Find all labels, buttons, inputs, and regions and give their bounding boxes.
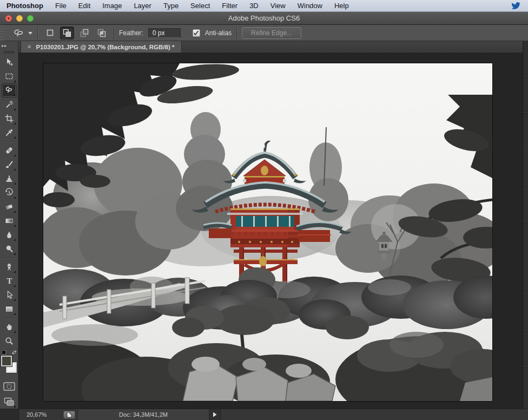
menu-photoshop[interactable]: Photoshop (5, 2, 49, 10)
window-title-bar[interactable]: Adobe Photoshop CS6 (0, 12, 528, 25)
tool-brush[interactable] (2, 158, 17, 172)
status-flyout-button[interactable] (209, 409, 221, 420)
menu-3d[interactable]: 3D (243, 2, 265, 10)
tool-eyedropper[interactable] (2, 126, 17, 140)
document-tab-bar: ✕ P1030201.JPG @ 20,7% (Background, RGB/… (18, 41, 523, 53)
zoom-tool-icon (4, 336, 14, 346)
eyedropper-icon (4, 128, 14, 137)
antialias-checkbox[interactable] (193, 29, 200, 37)
new-selection-mode-button[interactable] (43, 27, 57, 40)
tool-pen[interactable] (2, 260, 17, 274)
tool-gradient[interactable] (2, 214, 17, 228)
intersect-selection-mode-button[interactable] (95, 27, 109, 40)
flyout-indicator (14, 331, 16, 333)
zoom-window-button[interactable] (27, 15, 34, 22)
window-title: Adobe Photoshop CS6 (228, 14, 300, 22)
document-tab[interactable]: ✕ P1030201.JPG @ 20,7% (Background, RGB/… (21, 41, 182, 52)
flyout-indicator (13, 94, 15, 96)
menu-view[interactable]: View (265, 2, 292, 10)
minimize-window-button[interactable] (16, 15, 23, 22)
swap-colors-button[interactable] (11, 350, 17, 355)
tool-lasso[interactable] (2, 83, 17, 97)
svg-text:T: T (6, 277, 12, 285)
move-tool-icon (4, 57, 14, 67)
tab-close-icon[interactable]: ✕ (27, 44, 31, 50)
eraser-icon (4, 202, 14, 212)
menu-window[interactable]: Window (292, 2, 328, 10)
status-bar-corner (0, 409, 19, 420)
tools-panel-collapse-button[interactable]: ▸▸ (0, 41, 18, 49)
menu-type[interactable]: Type (157, 2, 184, 10)
tool-blur[interactable] (2, 228, 17, 242)
antialias-label: Anti-alias (205, 29, 232, 37)
menu-image[interactable]: Image (96, 2, 128, 10)
foreground-color-swatch[interactable] (1, 356, 12, 366)
pen-tool-icon (4, 262, 14, 272)
swap-arrows-icon (11, 350, 17, 355)
twitter-bird-icon (511, 2, 520, 10)
feather-input[interactable] (148, 28, 181, 38)
tool-type[interactable]: T (2, 274, 17, 288)
menu-select[interactable]: Select (184, 2, 216, 10)
default-fg-mini (2, 350, 6, 355)
gradient-icon (4, 216, 14, 226)
default-colors-button[interactable] (2, 350, 6, 355)
tool-hand[interactable] (2, 320, 17, 334)
tab-title: P1030201.JPG @ 20,7% (Background, RGB/8)… (36, 44, 174, 50)
tool-magic-wand[interactable] (2, 97, 17, 111)
rectangle-shape-icon (4, 304, 14, 314)
tool-spot-healing[interactable] (2, 143, 17, 158)
options-divider (236, 27, 237, 40)
tool-rectangle-shape[interactable] (2, 302, 17, 316)
canvas-workspace[interactable] (18, 53, 523, 409)
color-swatches-widget (1, 350, 18, 377)
close-window-button[interactable] (5, 15, 12, 22)
subtract-from-selection-mode-button[interactable] (77, 27, 91, 40)
refine-edge-button[interactable]: Refine Edge... (242, 27, 301, 39)
flyout-arrow-icon (213, 412, 217, 417)
menu-file[interactable]: File (49, 2, 72, 10)
tool-dodge[interactable] (2, 242, 17, 256)
macos-menu-bar: Photoshop File Edit Image Layer Type Sel… (0, 0, 528, 12)
history-brush-icon (4, 188, 14, 198)
menu-help[interactable]: Help (328, 2, 355, 10)
tool-eraser[interactable] (2, 200, 17, 214)
brush-tool-icon (4, 160, 14, 169)
tool-crop[interactable] (2, 111, 17, 126)
intersect-selection-icon (97, 29, 106, 37)
clone-stamp-icon (4, 174, 14, 183)
tool-path-selection[interactable] (2, 288, 17, 302)
document-canvas[interactable] (43, 63, 492, 401)
flyout-indicator (14, 168, 16, 170)
page-preview-button[interactable] (63, 411, 75, 419)
tools-separator (2, 318, 16, 318)
add-to-selection-mode-button[interactable] (60, 27, 74, 40)
quick-mask-button[interactable] (2, 379, 17, 393)
twitter-menu-extra[interactable] (511, 2, 520, 10)
right-panel-dock[interactable] (523, 41, 528, 409)
tool-zoom[interactable] (2, 334, 17, 348)
tools-panel-grip[interactable] (4, 51, 15, 54)
options-bar-grip[interactable] (0, 25, 4, 41)
flyout-indicator (14, 239, 16, 241)
feather-label: Feather: (119, 29, 143, 37)
tools-panel: ▸▸ (0, 41, 18, 409)
magic-wand-icon (4, 100, 14, 109)
tool-clone-stamp[interactable] (2, 172, 17, 186)
healing-brush-icon (4, 146, 14, 155)
tool-options-bar: Feather: Anti-alias Refine Edge... (0, 25, 528, 41)
flyout-indicator (14, 80, 16, 82)
tool-history-brush[interactable] (2, 186, 17, 200)
menu-edit[interactable]: Edit (72, 2, 96, 10)
current-tool-preview[interactable] (12, 28, 32, 38)
screen-mode-button[interactable] (2, 395, 17, 409)
document-sizes-readout[interactable]: Doc: 34,3M/41,2M (77, 409, 209, 420)
options-divider (37, 27, 38, 40)
flyout-indicator (14, 136, 16, 139)
menu-layer[interactable]: Layer (128, 2, 157, 10)
tool-move[interactable] (2, 55, 17, 69)
menu-filter[interactable]: Filter (216, 2, 243, 10)
tool-rectangular-marquee[interactable] (2, 69, 17, 83)
status-bar: 20,67% Doc: 34,3M/41,2M (0, 409, 528, 420)
zoom-level-field[interactable]: 20,67% (27, 411, 60, 418)
